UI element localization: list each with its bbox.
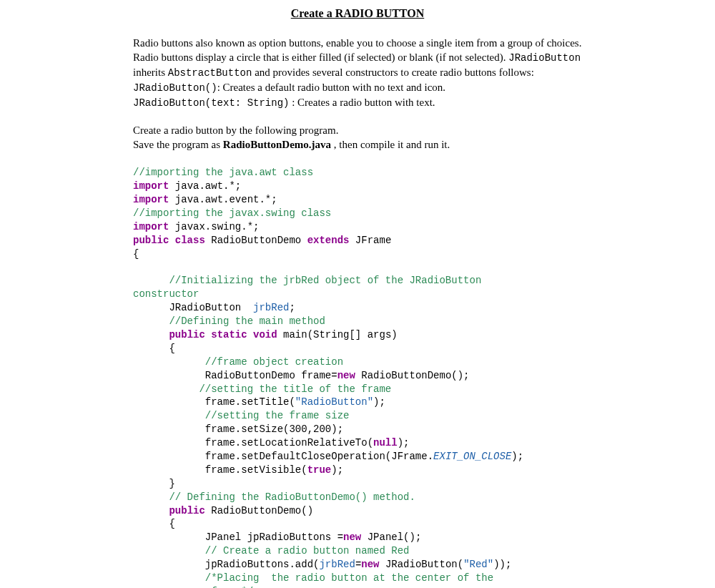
instructions: Create a radio button by the following p… xyxy=(133,123,582,152)
code-constant: EXIT_ON_CLOSE xyxy=(433,451,511,462)
code-keyword: true xyxy=(307,464,332,476)
code-text: JFrame xyxy=(349,235,391,246)
code-keyword: public static void xyxy=(169,329,277,340)
code-keyword: new xyxy=(361,559,379,570)
code-keyword: new xyxy=(337,370,355,381)
code-text: JRadioButton xyxy=(133,302,253,313)
instr-line: , then compile it and run it. xyxy=(331,139,450,150)
code-text: frame.setVisible( xyxy=(133,464,307,476)
ctor-desc: : Creates a radio button with text. xyxy=(289,97,435,108)
instr-line: Save the program as xyxy=(133,139,223,150)
filename: RadioButtonDemo.java xyxy=(223,139,331,150)
code-text: ); xyxy=(373,396,385,408)
code-keyword: import xyxy=(133,194,169,205)
code-keyword: import xyxy=(133,221,169,232)
code-text: RadioButtonDemo frame= xyxy=(133,370,337,381)
code-text: main(String[] args) xyxy=(277,329,398,340)
code-text: ); xyxy=(331,464,343,476)
code-string: "Red" xyxy=(463,559,493,570)
code-comment: //Defining the main method xyxy=(133,315,325,327)
ctor-sig: JRadioButton(text: String) xyxy=(133,97,289,109)
code-text: RadioButtonDemo(); xyxy=(355,370,470,381)
code-comment: //importing the javax.swing class xyxy=(133,207,331,219)
document-page: Create a RADIO BUTTON Radio buttons also… xyxy=(0,0,715,588)
code-text: frame.setSize(300,200); xyxy=(133,423,343,435)
code-text: java.awt.event.*; xyxy=(169,194,277,205)
code-block: //importing the java.awt class import ja… xyxy=(133,166,582,588)
code-comment: //Initializing the jrbRed object of the … xyxy=(133,275,481,286)
ctor-desc: : Creates a default radio button with no… xyxy=(217,82,446,93)
code-keyword: null xyxy=(373,437,398,449)
code-text: frame.setTitle( xyxy=(133,396,295,408)
code-comment: //frame object creation xyxy=(133,356,343,368)
code-comment: //setting the title of the frame xyxy=(133,383,391,395)
code-text: { xyxy=(133,343,175,354)
code-comment: //importing the java.awt class xyxy=(133,167,313,178)
intro-paragraph: Radio buttons also known as option butto… xyxy=(133,36,582,110)
code-comment: //setting the frame size xyxy=(133,410,349,421)
code-text: )); xyxy=(493,559,511,570)
code-keyword: public xyxy=(169,505,204,516)
code-text: ; xyxy=(289,302,295,313)
code-keyword: import xyxy=(133,180,169,192)
code-text: RadioButtonDemo xyxy=(205,235,307,246)
code-text: javax.swing.*; xyxy=(169,221,259,232)
code-text xyxy=(133,505,169,516)
code-text: java.awt.*; xyxy=(169,180,241,192)
code-inline: AbstractButton xyxy=(168,67,252,79)
code-field: jrbRed xyxy=(253,302,289,313)
code-text: { xyxy=(133,518,175,529)
code-comment: /*Placing the radio button at the center… xyxy=(133,572,493,584)
code-inline: JRadioButton xyxy=(508,52,581,64)
code-text: JRadioButton( xyxy=(380,559,464,570)
code-text xyxy=(133,329,169,340)
instr-line: Create a radio button by the following p… xyxy=(133,124,338,136)
code-field: jrbRed xyxy=(319,559,355,570)
code-keyword: extends xyxy=(307,235,350,246)
code-text: { xyxy=(133,248,139,260)
code-text: JPanel(); xyxy=(361,531,421,543)
code-text: ); xyxy=(398,437,410,449)
code-keyword: public class xyxy=(133,235,205,246)
page-title: Create a RADIO BUTTON xyxy=(133,7,582,20)
code-text: jpRadioButtons.add( xyxy=(133,559,319,570)
code-text: RadioButtonDemo() xyxy=(205,505,313,516)
code-text: JPanel jpRadioButtons = xyxy=(133,531,343,543)
code-keyword: new xyxy=(343,531,361,543)
code-comment: // Defining the RadioButtonDemo() method… xyxy=(133,491,415,503)
ctor-sig: JRadioButton() xyxy=(133,82,217,94)
code-text: frame.setDefaultCloseOperation(JFrame. xyxy=(133,451,433,462)
code-string: "RadioButton" xyxy=(295,396,373,408)
intro-text: and provides several constructors to cre… xyxy=(252,67,533,78)
code-comment: constructor xyxy=(133,288,199,300)
intro-text: inherits xyxy=(133,67,168,78)
code-text: frame.setLocationRelativeTo( xyxy=(133,437,373,449)
code-comment: // Create a radio button named Red xyxy=(133,545,409,557)
code-text: } xyxy=(133,478,175,489)
code-text: ); xyxy=(511,451,523,462)
